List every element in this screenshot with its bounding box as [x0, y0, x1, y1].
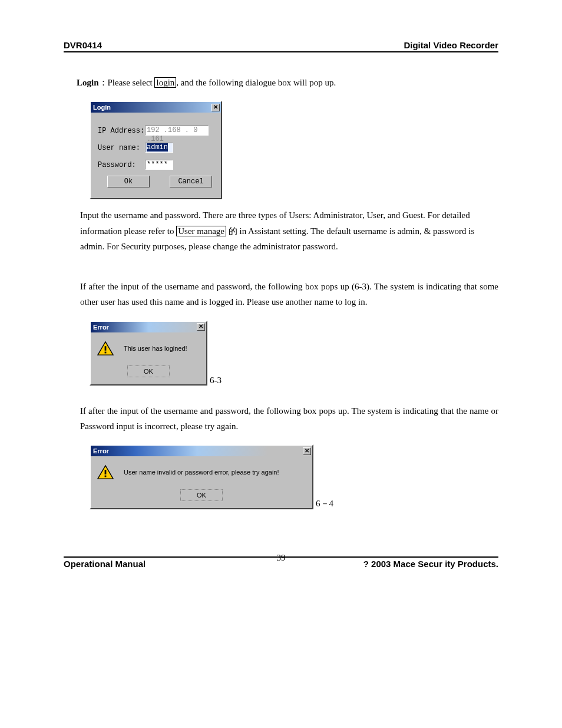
error2-title: Error [93, 447, 109, 454]
login-boxed-ref: login [154, 77, 176, 88]
login-titlebar: Login ✕ [91, 102, 221, 113]
close-icon[interactable]: ✕ [303, 447, 311, 455]
svg-rect-1 [105, 346, 107, 350]
intro-text: Login：Please select login, and the follo… [77, 75, 498, 90]
caption-6-4: 6－4 [316, 498, 333, 509]
ip-label: IP Address: [98, 127, 145, 135]
page-number: 39 [277, 553, 286, 563]
ok-button[interactable]: Ok [107, 176, 150, 187]
login-title: Login [93, 104, 111, 111]
error1-message: This user has logined! [124, 345, 187, 352]
error-dialog-1: Error ✕ This user has logined! OK [90, 321, 207, 386]
error2-ok-button[interactable]: OK [180, 489, 223, 501]
svg-rect-4 [105, 470, 107, 474]
header-right: Digital Video Recorder [404, 40, 498, 50]
para-error64: If after the input of the username and p… [77, 403, 498, 434]
svg-rect-2 [105, 351, 107, 353]
close-icon[interactable]: ✕ [211, 104, 220, 111]
warning-icon [97, 465, 114, 480]
error1-title: Error [93, 324, 109, 331]
error1-titlebar: Error ✕ [91, 322, 206, 332]
warning-icon [97, 341, 114, 356]
para-error63: If after the input of the username and p… [77, 279, 498, 310]
close-icon[interactable]: ✕ [197, 323, 205, 331]
username-label: User name: [98, 144, 145, 152]
para-usertypes: Input the username and password. There a… [77, 207, 498, 254]
password-input[interactable]: ***** [145, 160, 173, 170]
error2-titlebar: Error ✕ [91, 446, 312, 456]
error-dialog-2: Error ✕ User name invalid or password er… [90, 444, 313, 509]
user-manage-boxed-ref: User manage [176, 226, 226, 236]
password-label: Password: [98, 161, 145, 169]
caption-6-3: 6-3 [210, 375, 222, 386]
page-header: DVR0414 Digital Video Recorder [64, 40, 498, 52]
error2-message: User name invalid or password error, ple… [124, 469, 279, 476]
ip-input[interactable]: 192 .168 . 0 .161 [145, 126, 209, 136]
page-footer: Operational Manual 39 ? 2003 Mace Secur … [64, 556, 498, 569]
username-input[interactable]: admin [145, 143, 173, 153]
login-dialog: Login ✕ IP Address: 192 .168 . 0 .161 Us… [90, 101, 222, 199]
cancel-button[interactable]: Cancel [170, 176, 212, 187]
footer-right: ? 2003 Mace Secur ity Products. [363, 559, 498, 569]
error1-ok-button[interactable]: OK [127, 365, 170, 377]
footer-left: Operational Manual [64, 559, 146, 569]
intro-login-bold: Login [77, 78, 99, 87]
svg-rect-5 [105, 476, 107, 477]
header-left: DVR0414 [64, 40, 102, 50]
